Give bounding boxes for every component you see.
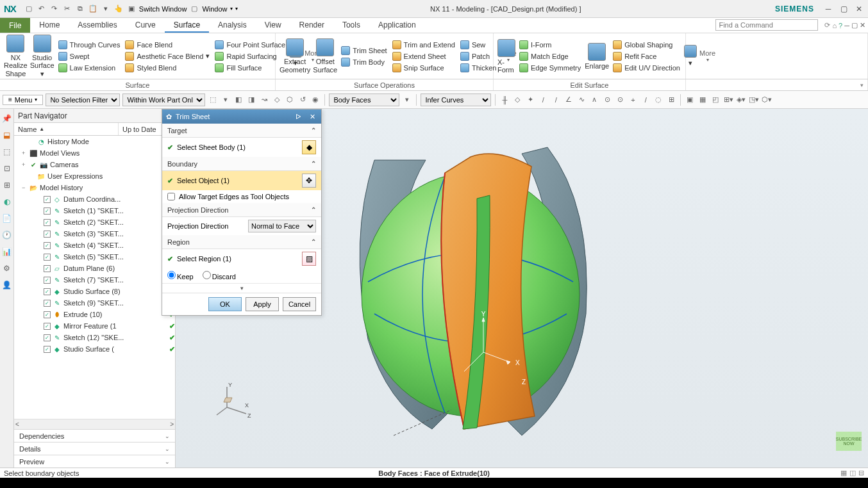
view-5-icon[interactable]: ◈▾ bbox=[736, 95, 746, 105]
view-2-icon[interactable]: ▦ bbox=[697, 95, 708, 105]
qat-more-icon[interactable]: ▾ bbox=[101, 4, 111, 14]
boundary-section-header[interactable]: Boundary⌃ bbox=[162, 157, 321, 171]
snap-1-icon[interactable]: ╫ bbox=[499, 95, 510, 105]
x-form-button[interactable]: X-Form bbox=[497, 39, 515, 74]
trim-sheet-button[interactable]: Trim Sheet bbox=[340, 45, 388, 56]
save-icon[interactable]: ▢ bbox=[24, 4, 34, 14]
rail-history-icon[interactable]: 🕐 bbox=[1, 229, 13, 241]
sew-button[interactable]: Sew bbox=[459, 40, 498, 50]
cut-icon[interactable]: ✂ bbox=[62, 4, 72, 14]
enlarge-button[interactable]: Enlarge bbox=[585, 43, 609, 70]
tree-item[interactable]: ✓✎Sketch (5) "SKET...✔ bbox=[14, 251, 175, 263]
nav-dependencies[interactable]: Dependencies⌄ bbox=[14, 429, 175, 442]
refit-face-button[interactable]: Refit Face bbox=[612, 51, 681, 61]
tree-item[interactable]: ✓◇Datum Coordina...✔ bbox=[14, 193, 175, 205]
main-menu-button[interactable]: ≡Menu▾ bbox=[3, 95, 43, 105]
tree-item[interactable]: ✓✎Sketch (12) "SKE...✔ bbox=[14, 332, 175, 343]
sel-tool-8-icon[interactable]: ↺ bbox=[297, 95, 308, 105]
tab-surface[interactable]: Surface bbox=[165, 18, 209, 33]
tree-model-history[interactable]: −📂Model History bbox=[14, 182, 175, 193]
face-blend-button[interactable]: Face Blend bbox=[124, 40, 211, 50]
face-tool-icon[interactable]: ▾ bbox=[402, 95, 412, 105]
tree-user-expressions[interactable]: 📁User Expressions bbox=[14, 170, 175, 182]
aesthetic-face-blend-button[interactable]: Aesthetic Face Blend ▾ bbox=[124, 51, 211, 61]
sel-tool-9-icon[interactable]: ◉ bbox=[310, 95, 321, 105]
snap-4-icon[interactable]: / bbox=[538, 95, 548, 105]
snap-2-icon[interactable]: ◇ bbox=[512, 95, 522, 105]
status-icon-1[interactable]: ▦ bbox=[840, 469, 847, 477]
redo-icon[interactable]: ↷ bbox=[49, 4, 60, 14]
navigator-tree[interactable]: ◔History Mode +⬛Model Views +✔📷Cameras 📁… bbox=[14, 136, 175, 419]
help-icon[interactable]: ? bbox=[839, 22, 842, 29]
extract-geometry-button[interactable]: ExtractGeometry bbox=[280, 38, 310, 73]
target-section-header[interactable]: Target⌃ bbox=[162, 124, 321, 138]
rail-reuse-icon[interactable]: ⊞ bbox=[1, 179, 13, 191]
tab-curve[interactable]: Curve bbox=[126, 18, 165, 33]
window-label[interactable]: Window bbox=[202, 5, 227, 13]
ok-button[interactable]: OK bbox=[208, 297, 242, 311]
copy-icon[interactable]: ⧉ bbox=[75, 4, 85, 14]
tree-cameras[interactable]: +✔📷Cameras bbox=[14, 159, 175, 170]
window-icon[interactable]: ▢ bbox=[189, 4, 199, 14]
select-region-button[interactable]: ▨ bbox=[302, 252, 316, 266]
tree-history-mode[interactable]: ◔History Mode bbox=[14, 136, 175, 147]
rail-process-icon[interactable]: 👤 bbox=[1, 279, 13, 291]
tab-home[interactable]: Home bbox=[30, 18, 69, 33]
rail-assembly-icon[interactable]: ⬚ bbox=[1, 146, 13, 158]
mdi-minimize-icon[interactable]: ─ bbox=[844, 22, 849, 29]
snap-5-icon[interactable]: / bbox=[551, 95, 561, 105]
trim-and-extend-button[interactable]: Trim and Extend bbox=[391, 40, 456, 50]
swept-button[interactable]: Swept bbox=[57, 51, 122, 61]
sel-tool-5-icon[interactable]: ↝ bbox=[259, 95, 269, 105]
select-object-button[interactable]: ✥ bbox=[302, 174, 316, 188]
projection-direction-select[interactable]: Normal to Face bbox=[248, 220, 316, 232]
find-command-input[interactable] bbox=[715, 19, 818, 31]
view-3-icon[interactable]: ◰ bbox=[710, 95, 721, 105]
rail-roles-icon[interactable]: 📊 bbox=[1, 246, 13, 257]
rail-constraint-icon[interactable]: ⊡ bbox=[1, 163, 13, 174]
tree-item[interactable]: ✓▱Datum Plane (6)✔ bbox=[14, 263, 175, 274]
rail-system-icon[interactable]: ⚙ bbox=[1, 263, 13, 274]
rail-navigator-icon[interactable]: ⬓ bbox=[1, 129, 13, 141]
tree-item[interactable]: ✓✎Sketch (7) "SKET...✔ bbox=[14, 274, 175, 286]
sel-tool-3-icon[interactable]: ◧ bbox=[233, 95, 244, 105]
tree-item[interactable]: ✓◆Studio Surface (8)✔ bbox=[14, 286, 175, 297]
edit-uv-direction-button[interactable]: Edit U/V Direction bbox=[612, 63, 681, 73]
snap-3-icon[interactable]: ✦ bbox=[525, 95, 535, 105]
view-7-icon[interactable]: ⬡▾ bbox=[762, 95, 772, 105]
tab-view[interactable]: View bbox=[256, 18, 290, 33]
view-6-icon[interactable]: ◳▾ bbox=[749, 95, 759, 105]
snap-14-icon[interactable]: ⊞ bbox=[666, 95, 676, 105]
snap-8-icon[interactable]: ∧ bbox=[589, 95, 599, 105]
ribbon-collapse-icon[interactable]: ▾ bbox=[860, 82, 864, 88]
snap-13-icon[interactable]: ◌ bbox=[653, 95, 664, 105]
through-curves-button[interactable]: Through Curves bbox=[57, 40, 122, 50]
tree-item[interactable]: ✓✎Sketch (1) "SKET...✔ bbox=[14, 205, 175, 216]
edge-symmetry-button[interactable]: Edge Symmetry bbox=[518, 63, 582, 73]
status-icon-3[interactable]: ⊟ bbox=[858, 469, 864, 477]
dialog-titlebar[interactable]: ✿ Trim Sheet ᐅ ✕ bbox=[162, 110, 321, 124]
select-object-row[interactable]: ✔ Select Object (1) ✥ bbox=[162, 171, 321, 190]
face-rule-select[interactable]: Body Faces bbox=[329, 94, 399, 106]
snap-12-icon[interactable]: / bbox=[640, 95, 651, 105]
projection-section-header[interactable]: Projection Direction⌃ bbox=[162, 203, 321, 217]
selection-filter-select[interactable]: No Selection Filter bbox=[46, 94, 120, 106]
touch-icon[interactable]: 👆 bbox=[113, 4, 124, 14]
styled-blend-button[interactable]: Styled Blend bbox=[124, 63, 211, 73]
snap-7-icon[interactable]: ∿ bbox=[576, 95, 587, 105]
global-shaping-button[interactable]: Global Shaping bbox=[612, 40, 681, 50]
switch-window-icon[interactable]: ▣ bbox=[126, 4, 137, 14]
allow-target-edges-row[interactable]: Allow Target Edges as Tool Objects bbox=[162, 190, 321, 203]
tree-item[interactable]: ✓✎Sketch (9) "SKET...✔ bbox=[14, 297, 175, 309]
snap-10-icon[interactable]: ⊙ bbox=[615, 95, 625, 105]
dialog-expand-toggle[interactable]: ▾ bbox=[162, 283, 321, 293]
tab-tools[interactable]: Tools bbox=[333, 18, 369, 33]
sel-tool-1-icon[interactable]: ⬚ bbox=[208, 95, 218, 105]
discard-radio-label[interactable]: Discard bbox=[203, 271, 236, 281]
cancel-button[interactable]: Cancel bbox=[283, 297, 316, 311]
switch-window-label[interactable]: Switch Window bbox=[139, 5, 187, 13]
extend-sheet-button[interactable]: Extend Sheet bbox=[391, 51, 456, 61]
patch-button[interactable]: Patch bbox=[459, 51, 498, 61]
sel-tool-2-icon[interactable]: ▾ bbox=[221, 95, 231, 105]
rail-pin-icon[interactable]: 📌 bbox=[1, 113, 13, 124]
